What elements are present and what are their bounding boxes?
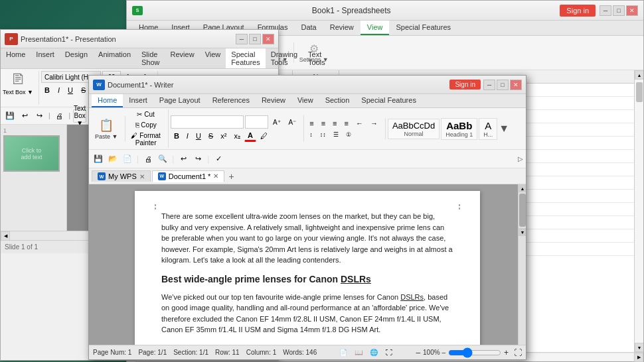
doc-tab-mywps[interactable]: W My WPS ✕: [92, 170, 151, 182]
undo-btn[interactable]: ↩: [18, 109, 31, 123]
close-button[interactable]: ✕: [626, 5, 638, 16]
spreadsheets-vscrollbar[interactable]: ▲ ▼: [634, 70, 643, 352]
redo-btn[interactable]: ↪: [33, 109, 46, 123]
zoom-plus-btn[interactable]: +: [504, 348, 509, 357]
writer-scroll-thumb[interactable]: [519, 194, 526, 227]
zoom-minus-btn[interactable]: –: [416, 348, 420, 357]
writer-tab-section[interactable]: Section: [319, 94, 356, 107]
writer-tab-references[interactable]: References: [206, 94, 256, 107]
italic-btn[interactable]: I: [183, 131, 192, 141]
cut-btn[interactable]: ✂ Cut: [127, 109, 163, 119]
pres-tab-insert[interactable]: Insert: [31, 48, 60, 68]
zoom-range-input[interactable]: [448, 347, 501, 358]
pres-tab-special[interactable]: Special Features: [226, 48, 265, 68]
pres-tab-review[interactable]: Review: [165, 48, 200, 68]
style-extra[interactable]: A H...: [479, 118, 497, 140]
pres-tab-slideshow[interactable]: Slide Show: [136, 48, 165, 68]
tab-view[interactable]: View: [361, 21, 390, 35]
spreadsheets-sign-in-button[interactable]: Sign in: [560, 5, 596, 17]
font-shrink-btn[interactable]: A⁻: [285, 117, 300, 127]
strikethrough-btn[interactable]: S: [205, 131, 216, 141]
underline-btn[interactable]: U: [193, 131, 204, 141]
pres-tab-home[interactable]: Home: [1, 48, 31, 68]
fullscreen-btn[interactable]: ⛶: [382, 346, 396, 359]
web-view-btn[interactable]: 🌐: [367, 346, 380, 359]
doc-tab-document1[interactable]: W Document1 * ✕: [152, 170, 225, 182]
align-center-btn[interactable]: ≡: [318, 118, 329, 129]
align-right-btn[interactable]: ≡: [329, 118, 340, 129]
pres-tab-text[interactable]: Text Tools: [303, 48, 331, 68]
pres-tab-drawing[interactable]: Drawing Tools: [266, 48, 303, 68]
para-spacing-btn[interactable]: ↕↕: [317, 130, 329, 139]
writer-tab-review[interactable]: Review: [256, 94, 291, 107]
underline-button[interactable]: U: [64, 85, 76, 95]
font-size-input[interactable]: 10: [245, 115, 268, 129]
font-color-text-btn[interactable]: A: [244, 130, 256, 142]
copy-btn[interactable]: ⎘ Copy: [127, 120, 163, 130]
slide-thumbnail[interactable]: Click toadd text: [3, 135, 60, 172]
writer-maximize-btn[interactable]: □: [497, 80, 509, 90]
add-tab-btn[interactable]: +: [226, 171, 236, 182]
writer-minimize-btn[interactable]: ─: [483, 80, 495, 90]
bold-button[interactable]: B: [41, 85, 53, 95]
numbering-btn[interactable]: ①: [343, 130, 355, 139]
maximize-button[interactable]: □: [613, 5, 625, 16]
tb-btn[interactable]: Text Box ▼: [73, 109, 86, 123]
doc1-close[interactable]: ✕: [213, 172, 218, 180]
font-grow-btn[interactable]: A⁺: [270, 117, 284, 127]
pres-maximize-btn[interactable]: □: [249, 34, 261, 44]
pres-tab-animation[interactable]: Animation: [93, 48, 136, 68]
scroll-down-btn[interactable]: ▼: [635, 343, 643, 352]
writer-tab-home[interactable]: Home: [92, 94, 123, 107]
print-btn[interactable]: 🖨: [53, 109, 66, 123]
scroll-right-btn[interactable]: ▶: [634, 353, 643, 362]
undo2-btn[interactable]: ↩: [177, 152, 190, 166]
scroll-thumb[interactable]: [636, 82, 643, 102]
bullets-btn[interactable]: ☰: [330, 130, 342, 139]
pres-hscroll-left[interactable]: ◀: [1, 231, 10, 241]
subscript-btn[interactable]: x₂: [230, 131, 244, 142]
redo2-btn[interactable]: ↪: [191, 152, 204, 166]
format-painter-btn[interactable]: 🖌 FormatPainter: [127, 131, 163, 148]
italic-button[interactable]: I: [54, 85, 63, 95]
tab-data[interactable]: Data: [294, 21, 323, 35]
pres-tab-view[interactable]: View: [200, 48, 226, 68]
writer-vscrollbar[interactable]: ▲ ▼: [518, 184, 526, 345]
text-paragraph-1[interactable]: There are some excellent ultra-wide zoom…: [161, 211, 453, 266]
pres-close-btn[interactable]: ✕: [262, 34, 274, 44]
doc-view-btn[interactable]: 📄: [337, 346, 350, 359]
line-spacing-btn[interactable]: ↕: [306, 130, 316, 139]
styles-dropdown-btn[interactable]: ▼: [499, 123, 509, 135]
new-doc-btn[interactable]: 📄: [121, 152, 134, 166]
font-name-input[interactable]: Calibri (Body): [171, 115, 244, 129]
fullscreen-icon[interactable]: ⛶: [514, 348, 522, 357]
justify-btn[interactable]: ≡: [341, 118, 352, 129]
style-heading1[interactable]: AaBb Heading 1: [441, 118, 477, 140]
writer-tab-view[interactable]: View: [291, 94, 319, 107]
increase-indent-btn[interactable]: →: [367, 118, 381, 129]
print2-btn[interactable]: 🖨: [141, 152, 155, 166]
align-left-btn[interactable]: ≡: [306, 118, 317, 129]
strikethrough-button[interactable]: S: [78, 85, 89, 95]
writer-tab-pagelayout[interactable]: Page Layout: [153, 94, 206, 107]
tab-review[interactable]: Review: [323, 21, 361, 35]
save-btn[interactable]: 💾: [3, 109, 17, 123]
read-mode-btn[interactable]: 📖: [352, 346, 365, 359]
writer-close-btn[interactable]: ✕: [510, 80, 522, 90]
writer-scroll-down-btn[interactable]: ▼: [519, 228, 526, 236]
writer-scroll-up-btn[interactable]: ▲: [519, 184, 526, 192]
print-preview-btn[interactable]: 🔍: [156, 152, 169, 166]
pres-tab-design[interactable]: Design: [60, 48, 93, 68]
save-file-btn[interactable]: 💾: [92, 152, 105, 166]
superscript-btn[interactable]: x²: [217, 131, 230, 141]
paste-btn[interactable]: 📋 Paste ▼: [92, 116, 121, 142]
mywps-close[interactable]: ✕: [139, 173, 145, 180]
pres-textbox-btn[interactable]: Text Box ▼: [3, 89, 33, 95]
minimize-button[interactable]: ─: [600, 5, 611, 16]
tab-special[interactable]: Special Features: [389, 21, 457, 35]
scroll-up-btn[interactable]: ▲: [635, 70, 643, 80]
writer-sign-in-button[interactable]: Sign in: [449, 80, 481, 90]
decrease-indent-btn[interactable]: ←: [353, 118, 366, 129]
writer-tab-special[interactable]: Special Features: [355, 94, 422, 107]
highlight-btn[interactable]: 🖊: [257, 131, 271, 141]
